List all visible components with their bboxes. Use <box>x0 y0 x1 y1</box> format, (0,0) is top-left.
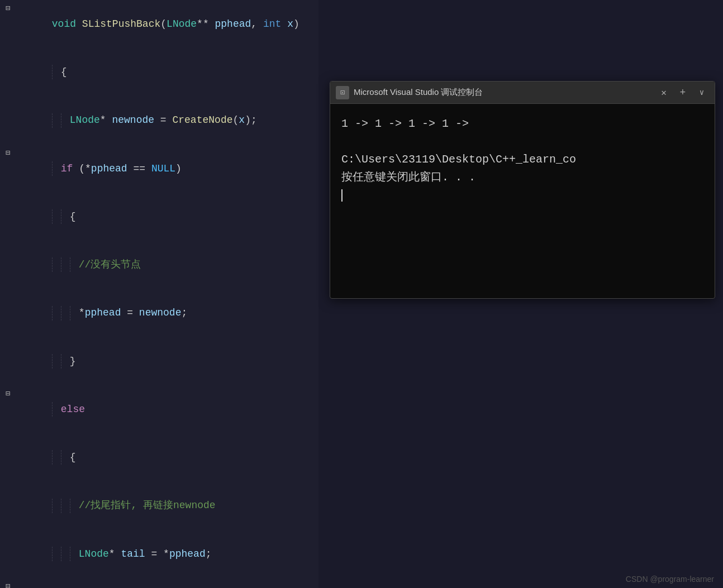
code-line-3: LNode* newnode = CreateNode(x); <box>0 96 318 144</box>
watermark: CSDN @program-learner <box>626 575 714 584</box>
terminal-cursor-line <box>341 187 703 204</box>
terminal-output-1: 1 -> 1 -> 1 -> 1 -> <box>341 115 703 133</box>
code-content-6: //没有头节点 <box>16 241 318 289</box>
terminal-icon-symbol: ⊡ <box>340 88 345 97</box>
code-content-12: LNode* tail = *pphead; <box>16 530 318 578</box>
fold-indicator-6 <box>0 241 16 244</box>
terminal-chevron-button[interactable]: ∨ <box>695 85 709 100</box>
terminal-body: 1 -> 1 -> 1 -> 1 -> C:\Users\23119\Deskt… <box>330 104 715 298</box>
code-content-8: } <box>16 337 318 385</box>
code-editor: ⊟ void SListPushBack(LNode** pphead, int… <box>0 0 318 588</box>
code-content-3: LNode* newnode = CreateNode(x); <box>16 96 318 144</box>
code-line-11: //找尾指针, 再链接newnode <box>0 481 318 529</box>
fold-indicator-12 <box>0 530 16 533</box>
terminal-close-button[interactable]: ✕ <box>657 85 671 100</box>
code-line-9: ⊟ else <box>0 385 318 433</box>
code-line-6: //没有头节点 <box>0 241 318 289</box>
fold-indicator-7 <box>0 289 16 292</box>
terminal-output-3: 按任意键关闭此窗口. . . <box>341 169 703 187</box>
code-line-10: { <box>0 433 318 481</box>
fold-indicator-4[interactable]: ⊟ <box>0 145 16 157</box>
terminal-plus-button[interactable]: + <box>676 85 690 100</box>
fold-indicator-3 <box>0 96 16 99</box>
fold-indicator-5 <box>0 193 16 196</box>
code-line-4: ⊟ if (*pphead == NULL) <box>0 145 318 193</box>
code-line-8: } <box>0 337 318 385</box>
terminal-output-2: C:\Users\23119\Desktop\C++_learn_co <box>341 151 703 169</box>
fold-indicator-1[interactable]: ⊟ <box>0 0 16 13</box>
code-content-13: while (tail->next) <box>16 578 318 588</box>
code-line-7: *pphead = newnode; <box>0 289 318 337</box>
code-line-13: ⊟ while (tail->next) <box>0 578 318 588</box>
terminal-cursor <box>341 189 343 202</box>
terminal-title: Microsoft Visual Studio 调试控制台 <box>354 87 652 98</box>
fold-indicator-11 <box>0 481 16 485</box>
code-line-12: LNode* tail = *pphead; <box>0 530 318 578</box>
terminal-output-spacer <box>341 133 703 151</box>
code-content-1: void SListPushBack(LNode** pphead, int x… <box>16 0 318 48</box>
code-line-2: { <box>0 48 318 96</box>
terminal-window: ⊡ Microsoft Visual Studio 调试控制台 ✕ + ∨ 1 … <box>330 81 715 299</box>
fold-indicator-13[interactable]: ⊟ <box>0 578 16 588</box>
code-content-11: //找尾指针, 再链接newnode <box>16 481 318 529</box>
fold-indicator-2 <box>0 48 16 51</box>
code-line-5: { <box>0 193 318 241</box>
code-content-5: { <box>16 193 318 241</box>
code-content-9: else <box>16 385 318 433</box>
terminal-titlebar: ⊡ Microsoft Visual Studio 调试控制台 ✕ + ∨ <box>330 82 715 104</box>
code-content-10: { <box>16 433 318 481</box>
code-content-2: { <box>16 48 318 96</box>
fold-indicator-10 <box>0 433 16 437</box>
fold-indicator-8 <box>0 337 16 341</box>
code-content-4: if (*pphead == NULL) <box>16 145 318 193</box>
terminal-icon: ⊡ <box>336 86 349 99</box>
code-content-7: *pphead = newnode; <box>16 289 318 337</box>
fold-indicator-9[interactable]: ⊟ <box>0 385 16 398</box>
code-line-1: ⊟ void SListPushBack(LNode** pphead, int… <box>0 0 318 48</box>
